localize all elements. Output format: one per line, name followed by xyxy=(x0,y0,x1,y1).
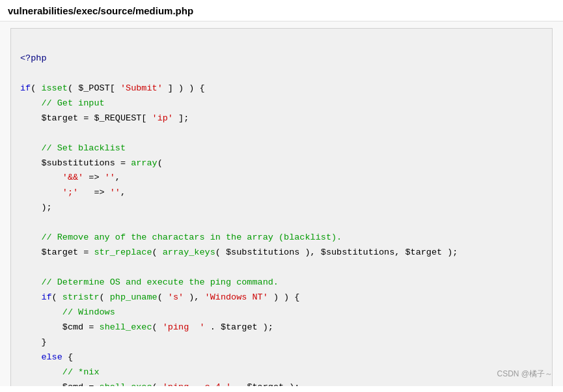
php-open-tag: <?php xyxy=(20,53,47,63)
watermark: CSDN @橘子～ xyxy=(497,369,553,380)
title-bar: vulnerabilities/exec/source/medium.php xyxy=(0,0,563,21)
if-keyword: if xyxy=(20,83,31,93)
page-title: vulnerabilities/exec/source/medium.php xyxy=(8,5,193,16)
code-block: <?php if( isset( $_POST[ 'Submit' ] ) ) … xyxy=(10,28,553,386)
code-container[interactable]: <?php if( isset( $_POST[ 'Submit' ] ) ) … xyxy=(0,21,563,386)
